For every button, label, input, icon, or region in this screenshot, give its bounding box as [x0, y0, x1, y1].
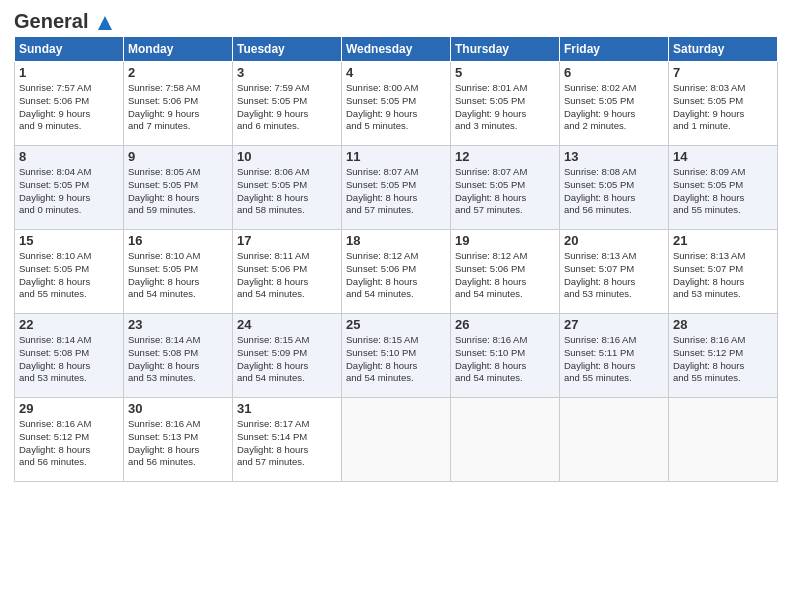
day-number: 24 [237, 317, 337, 332]
day-number: 3 [237, 65, 337, 80]
day-detail: Sunrise: 8:16 AM Sunset: 5:11 PM Dayligh… [564, 334, 664, 385]
day-number: 31 [237, 401, 337, 416]
calendar-header-row: SundayMondayTuesdayWednesdayThursdayFrid… [15, 37, 778, 62]
calendar-cell: 23Sunrise: 8:14 AM Sunset: 5:08 PM Dayli… [124, 314, 233, 398]
day-number: 23 [128, 317, 228, 332]
calendar-cell: 2Sunrise: 7:58 AM Sunset: 5:06 PM Daylig… [124, 62, 233, 146]
calendar-cell: 8Sunrise: 8:04 AM Sunset: 5:05 PM Daylig… [15, 146, 124, 230]
calendar-cell: 19Sunrise: 8:12 AM Sunset: 5:06 PM Dayli… [451, 230, 560, 314]
calendar-cell: 1Sunrise: 7:57 AM Sunset: 5:06 PM Daylig… [15, 62, 124, 146]
day-number: 10 [237, 149, 337, 164]
day-detail: Sunrise: 8:13 AM Sunset: 5:07 PM Dayligh… [673, 250, 773, 301]
day-number: 19 [455, 233, 555, 248]
day-number: 26 [455, 317, 555, 332]
day-number: 9 [128, 149, 228, 164]
calendar-cell: 14Sunrise: 8:09 AM Sunset: 5:05 PM Dayli… [669, 146, 778, 230]
day-number: 6 [564, 65, 664, 80]
calendar-cell: 26Sunrise: 8:16 AM Sunset: 5:10 PM Dayli… [451, 314, 560, 398]
header: General [14, 10, 778, 30]
weekday-header: Friday [560, 37, 669, 62]
day-detail: Sunrise: 8:14 AM Sunset: 5:08 PM Dayligh… [19, 334, 119, 385]
calendar-cell [342, 398, 451, 482]
day-number: 15 [19, 233, 119, 248]
calendar-cell [669, 398, 778, 482]
calendar-cell: 11Sunrise: 8:07 AM Sunset: 5:05 PM Dayli… [342, 146, 451, 230]
logo-text: General [14, 10, 114, 32]
day-detail: Sunrise: 8:16 AM Sunset: 5:12 PM Dayligh… [673, 334, 773, 385]
calendar-cell: 13Sunrise: 8:08 AM Sunset: 5:05 PM Dayli… [560, 146, 669, 230]
calendar-cell: 9Sunrise: 8:05 AM Sunset: 5:05 PM Daylig… [124, 146, 233, 230]
calendar-cell: 7Sunrise: 8:03 AM Sunset: 5:05 PM Daylig… [669, 62, 778, 146]
calendar-cell: 12Sunrise: 8:07 AM Sunset: 5:05 PM Dayli… [451, 146, 560, 230]
day-number: 1 [19, 65, 119, 80]
day-number: 27 [564, 317, 664, 332]
logo-general: General [14, 10, 88, 32]
day-detail: Sunrise: 8:15 AM Sunset: 5:10 PM Dayligh… [346, 334, 446, 385]
day-number: 14 [673, 149, 773, 164]
calendar-cell: 20Sunrise: 8:13 AM Sunset: 5:07 PM Dayli… [560, 230, 669, 314]
day-detail: Sunrise: 8:12 AM Sunset: 5:06 PM Dayligh… [346, 250, 446, 301]
day-number: 30 [128, 401, 228, 416]
day-detail: Sunrise: 8:04 AM Sunset: 5:05 PM Dayligh… [19, 166, 119, 217]
day-detail: Sunrise: 8:15 AM Sunset: 5:09 PM Dayligh… [237, 334, 337, 385]
calendar-cell: 15Sunrise: 8:10 AM Sunset: 5:05 PM Dayli… [15, 230, 124, 314]
day-number: 8 [19, 149, 119, 164]
calendar-cell: 10Sunrise: 8:06 AM Sunset: 5:05 PM Dayli… [233, 146, 342, 230]
day-detail: Sunrise: 8:07 AM Sunset: 5:05 PM Dayligh… [346, 166, 446, 217]
weekday-header: Thursday [451, 37, 560, 62]
day-number: 20 [564, 233, 664, 248]
day-detail: Sunrise: 8:09 AM Sunset: 5:05 PM Dayligh… [673, 166, 773, 217]
day-detail: Sunrise: 8:02 AM Sunset: 5:05 PM Dayligh… [564, 82, 664, 133]
calendar-cell: 31Sunrise: 8:17 AM Sunset: 5:14 PM Dayli… [233, 398, 342, 482]
day-detail: Sunrise: 8:05 AM Sunset: 5:05 PM Dayligh… [128, 166, 228, 217]
calendar-cell: 22Sunrise: 8:14 AM Sunset: 5:08 PM Dayli… [15, 314, 124, 398]
calendar-week-row: 29Sunrise: 8:16 AM Sunset: 5:12 PM Dayli… [15, 398, 778, 482]
day-detail: Sunrise: 8:07 AM Sunset: 5:05 PM Dayligh… [455, 166, 555, 217]
calendar-cell: 24Sunrise: 8:15 AM Sunset: 5:09 PM Dayli… [233, 314, 342, 398]
calendar-table: SundayMondayTuesdayWednesdayThursdayFrid… [14, 36, 778, 482]
weekday-header: Tuesday [233, 37, 342, 62]
day-number: 21 [673, 233, 773, 248]
calendar-cell: 29Sunrise: 8:16 AM Sunset: 5:12 PM Dayli… [15, 398, 124, 482]
day-number: 22 [19, 317, 119, 332]
calendar-cell: 17Sunrise: 8:11 AM Sunset: 5:06 PM Dayli… [233, 230, 342, 314]
day-number: 16 [128, 233, 228, 248]
day-detail: Sunrise: 8:16 AM Sunset: 5:13 PM Dayligh… [128, 418, 228, 469]
calendar-cell: 27Sunrise: 8:16 AM Sunset: 5:11 PM Dayli… [560, 314, 669, 398]
calendar-cell [560, 398, 669, 482]
weekday-header: Wednesday [342, 37, 451, 62]
day-number: 7 [673, 65, 773, 80]
calendar-cell: 28Sunrise: 8:16 AM Sunset: 5:12 PM Dayli… [669, 314, 778, 398]
day-number: 5 [455, 65, 555, 80]
day-detail: Sunrise: 8:01 AM Sunset: 5:05 PM Dayligh… [455, 82, 555, 133]
day-detail: Sunrise: 8:08 AM Sunset: 5:05 PM Dayligh… [564, 166, 664, 217]
calendar-week-row: 22Sunrise: 8:14 AM Sunset: 5:08 PM Dayli… [15, 314, 778, 398]
logo: General [14, 10, 114, 30]
svg-marker-0 [98, 16, 112, 30]
calendar-week-row: 1Sunrise: 7:57 AM Sunset: 5:06 PM Daylig… [15, 62, 778, 146]
day-detail: Sunrise: 7:58 AM Sunset: 5:06 PM Dayligh… [128, 82, 228, 133]
day-detail: Sunrise: 8:00 AM Sunset: 5:05 PM Dayligh… [346, 82, 446, 133]
calendar-cell: 30Sunrise: 8:16 AM Sunset: 5:13 PM Dayli… [124, 398, 233, 482]
calendar-week-row: 15Sunrise: 8:10 AM Sunset: 5:05 PM Dayli… [15, 230, 778, 314]
day-detail: Sunrise: 8:16 AM Sunset: 5:12 PM Dayligh… [19, 418, 119, 469]
day-detail: Sunrise: 8:10 AM Sunset: 5:05 PM Dayligh… [19, 250, 119, 301]
day-detail: Sunrise: 8:16 AM Sunset: 5:10 PM Dayligh… [455, 334, 555, 385]
calendar-cell: 4Sunrise: 8:00 AM Sunset: 5:05 PM Daylig… [342, 62, 451, 146]
calendar-cell: 18Sunrise: 8:12 AM Sunset: 5:06 PM Dayli… [342, 230, 451, 314]
day-detail: Sunrise: 8:14 AM Sunset: 5:08 PM Dayligh… [128, 334, 228, 385]
day-detail: Sunrise: 7:57 AM Sunset: 5:06 PM Dayligh… [19, 82, 119, 133]
day-number: 25 [346, 317, 446, 332]
calendar-cell: 5Sunrise: 8:01 AM Sunset: 5:05 PM Daylig… [451, 62, 560, 146]
day-number: 13 [564, 149, 664, 164]
day-detail: Sunrise: 8:11 AM Sunset: 5:06 PM Dayligh… [237, 250, 337, 301]
page-container: General SundayMondayTuesdayWednesdayThur… [0, 0, 792, 490]
calendar-cell: 3Sunrise: 7:59 AM Sunset: 5:05 PM Daylig… [233, 62, 342, 146]
day-number: 12 [455, 149, 555, 164]
day-number: 28 [673, 317, 773, 332]
calendar-cell: 6Sunrise: 8:02 AM Sunset: 5:05 PM Daylig… [560, 62, 669, 146]
day-detail: Sunrise: 8:17 AM Sunset: 5:14 PM Dayligh… [237, 418, 337, 469]
day-detail: Sunrise: 8:10 AM Sunset: 5:05 PM Dayligh… [128, 250, 228, 301]
day-detail: Sunrise: 8:03 AM Sunset: 5:05 PM Dayligh… [673, 82, 773, 133]
weekday-header: Saturday [669, 37, 778, 62]
